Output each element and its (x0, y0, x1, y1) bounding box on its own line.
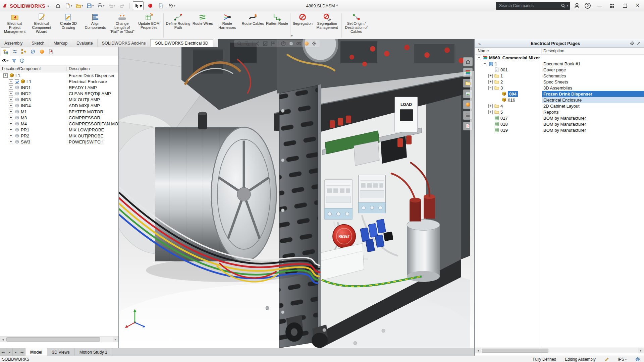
pin-panel-icon[interactable] (635, 41, 642, 46)
bom-row[interactable]: 019BOM by Manufacturer (475, 127, 644, 133)
column-name[interactable]: Name (475, 49, 542, 53)
redo-button[interactable] (117, 1, 127, 10)
bom-row[interactable]: 018BOM by Manufacturer (475, 121, 644, 127)
segregation-button[interactable]: Segregation (291, 12, 314, 39)
expander-icon[interactable] (9, 122, 13, 126)
design-library-icon[interactable] (463, 68, 473, 77)
feature-tree-row[interactable]: M1BEATER MOTOR (0, 109, 118, 115)
change-length-button[interactable]: Change Length of "Rail" or "Duct" (109, 12, 136, 39)
define-routing-path-button[interactable]: Define Routing Path (165, 12, 192, 39)
tab-scroll-right-icon[interactable]: ▸ (13, 348, 19, 356)
route-harnesses-button[interactable]: Route Harnesses (214, 12, 241, 39)
perforated-panel[interactable] (279, 84, 321, 348)
tree-filter-button[interactable] (11, 58, 17, 64)
expander-icon[interactable] (9, 104, 13, 108)
tab-sketch[interactable]: Sketch (27, 39, 49, 47)
flatten-route-button[interactable]: Flatten Route (265, 12, 289, 39)
3d-viewport-canvas[interactable]: LOAD RESET (119, 39, 474, 348)
checkbox[interactable] (15, 79, 19, 84)
tab-solidworks-add-ins[interactable]: SOLIDWORKS Add-Ins (98, 39, 151, 47)
segregation-management-button[interactable]: Segregation Management (314, 12, 340, 39)
tab-scroll-first-icon[interactable]: ◂◂ (0, 348, 6, 356)
zoom-fit-icon[interactable] (237, 41, 242, 46)
select-tool-button[interactable]: ▾ (133, 1, 144, 10)
hide-show-tree-items-button[interactable]: ▾ (1, 58, 9, 64)
route-wires-button[interactable]: Route Wires (192, 12, 214, 39)
contactor[interactable] (324, 179, 353, 219)
save-button[interactable]: ▾ (85, 1, 95, 10)
scrollbar-thumb[interactable] (482, 349, 548, 353)
solidworks-logo[interactable]: SOLIDWORKS ▸ (0, 3, 53, 9)
view-orientation-icon[interactable] (281, 41, 286, 46)
tab-solidworks-electrical-3d[interactable]: SOLIDWORKS Electrical 3D (150, 39, 213, 47)
load-box[interactable]: LOAD (395, 97, 418, 132)
electrical-manager-tab[interactable] (47, 47, 55, 56)
column-location-component[interactable]: Location/Component (0, 66, 67, 71)
assembly-page-row-selected[interactable]: 004Frozen Drink Dispenser (475, 91, 644, 97)
book-row[interactable]: 1Document Book #1 (475, 61, 644, 67)
expander-icon[interactable] (9, 98, 13, 102)
annotation-views-icon[interactable] (270, 41, 276, 46)
scrollbar-thumb[interactable] (6, 337, 100, 342)
zoom-area-icon[interactable] (245, 41, 250, 46)
featuremanager-tree-tab[interactable] (1, 47, 10, 56)
feature-tree-row[interactable]: M3COMPRESSOR (0, 115, 118, 121)
feature-tree-row[interactable]: L1Electrical Enclosure (0, 78, 118, 84)
appearances-icon[interactable] (463, 100, 473, 109)
displaymanager-tab[interactable] (38, 47, 46, 56)
horizontal-scrollbar[interactable]: ◂ ▸ (475, 348, 644, 353)
dimxpertmanager-tab[interactable] (29, 47, 37, 56)
tab-scroll-left-icon[interactable]: ◂ (6, 348, 13, 356)
expander-icon[interactable] (488, 110, 493, 114)
expander-icon[interactable] (9, 134, 13, 138)
expander-icon[interactable] (9, 85, 13, 90)
expander-icon[interactable] (3, 73, 8, 78)
tab-assembly[interactable]: Assembly (0, 39, 27, 47)
electrical-task-pane-icon[interactable] (463, 122, 473, 130)
panel-settings-icon[interactable] (629, 41, 635, 46)
scroll-right-arrow-icon[interactable]: ▸ (113, 337, 118, 342)
create-2d-drawing-button[interactable]: Create 2D Drawing (55, 12, 82, 39)
close-button[interactable]: × (633, 1, 643, 10)
custom-properties-icon[interactable] (463, 111, 473, 120)
feature-tree-row[interactable]: PR2MIX OUT|PROBE (0, 133, 118, 139)
search-dropdown-icon[interactable]: ▾ (567, 4, 568, 7)
folder-row[interactable]: 1Schematics (475, 73, 644, 79)
configurationmanager-tab[interactable] (19, 47, 28, 56)
expander-icon[interactable] (9, 128, 13, 132)
folder-row[interactable]: 2Spec Sheets (475, 79, 644, 85)
feature-tree-row[interactable]: IND1READY LAMP (0, 84, 118, 90)
collapse-panel-icon[interactable]: « (477, 41, 482, 46)
scroll-left-arrow-icon[interactable]: ◂ (0, 337, 6, 342)
feature-tree-row[interactable]: IND2CLEAN REQ'D|LAMP (0, 90, 118, 97)
feature-tree-row[interactable]: PR1MIX LOW|PROBE (0, 127, 118, 133)
search-icon[interactable] (561, 3, 566, 8)
expander-icon[interactable] (477, 56, 481, 60)
folder-row[interactable]: 33D Assemblies (475, 85, 644, 91)
feature-tree-row[interactable]: L1Frozen Drink Dispenser (0, 72, 118, 78)
logo-expand-icon[interactable]: ▸ (48, 4, 50, 8)
tree-info-button[interactable] (19, 58, 25, 64)
tab-motion-study-1[interactable]: Motion Study 1 (75, 348, 112, 356)
scroll-right-arrow-icon[interactable]: ▸ (638, 348, 644, 353)
feature-tree-row[interactable]: M4COMPRESSOR|FAN MOTOR (0, 121, 118, 127)
view-palette-icon[interactable] (463, 89, 473, 98)
expander-icon[interactable] (9, 116, 13, 120)
undo-button[interactable]: ▾ (107, 1, 117, 10)
graphics-area[interactable]: LOAD RESET (119, 39, 474, 348)
bom-row[interactable]: 017BOM by Manufacturer (475, 115, 644, 121)
web-status-icon[interactable] (635, 357, 640, 362)
tab-model[interactable]: Model (25, 348, 47, 356)
tab-evaluate[interactable]: Evaluate (72, 39, 98, 47)
unit-system-selector[interactable]: IPS▴ (618, 357, 627, 362)
home-button[interactable] (53, 1, 63, 10)
expander-icon[interactable] (488, 74, 493, 78)
solidworks-resources-icon[interactable] (463, 57, 473, 66)
scrollbar-track[interactable] (481, 348, 638, 353)
display-style-icon[interactable] (288, 41, 294, 46)
electrical-component-wizard-button[interactable]: Electrical Component Wizard (28, 12, 55, 39)
reset-button[interactable]: RESET (333, 225, 356, 248)
electrical-project-management-button[interactable]: Electrical Project Management (1, 12, 28, 39)
expander-icon[interactable] (488, 86, 493, 90)
options-button[interactable]: ▾ (167, 1, 177, 10)
